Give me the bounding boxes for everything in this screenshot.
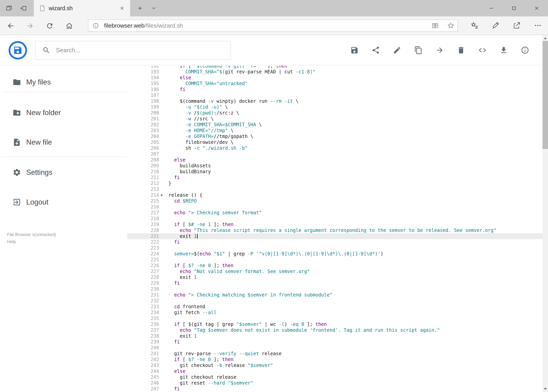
code-line[interactable]: 205 filebrowser/dev \	[127, 139, 542, 145]
home-button[interactable]	[65, 21, 74, 30]
code-line[interactable]: 240	[127, 345, 542, 351]
code-line[interactable]: 213	[127, 186, 542, 192]
code-line[interactable]: 236 if [ $(git tag | grep "$semver" | wc…	[127, 321, 542, 327]
code-area[interactable]: 192 if [ "$(command -v git)" != "" ]; th…	[127, 66, 542, 392]
code-line[interactable]: 197	[127, 92, 542, 98]
code-line[interactable]: 209 buildAssets	[127, 163, 542, 169]
raw-code-button[interactable]	[478, 46, 486, 54]
code-line[interactable]: 227 echo "Not valid semver format. See s…	[127, 268, 542, 274]
scrollbar-down-arrow[interactable]	[542, 386, 548, 392]
code-line[interactable]: 194 else	[127, 75, 542, 81]
code-line[interactable]: 245 git checkout release	[127, 374, 542, 380]
tabs-set-aside-icon[interactable]	[3, 0, 15, 16]
code-line[interactable]: 218	[127, 216, 542, 222]
save-button[interactable]	[350, 46, 359, 54]
sidebar-item-settings[interactable]: Settings	[0, 167, 127, 178]
browser-tab[interactable]: wizard.sh	[34, 0, 130, 16]
search-box[interactable]	[35, 41, 231, 60]
back-button[interactable]	[6, 21, 15, 30]
code-line[interactable]: 217 echo "> Checking semver format"	[127, 210, 542, 216]
code-line[interactable]: 193 COMMIT_SHA="$(git rev-parse HEAD | c…	[127, 69, 542, 75]
add-favorite-star-icon[interactable]	[447, 22, 454, 29]
filebrowser-logo[interactable]	[9, 41, 27, 59]
tab-list-chevron-icon[interactable]	[149, 4, 159, 12]
refresh-button[interactable]	[45, 21, 54, 30]
code-line[interactable]: 203 -e HOME="//tmp" \	[127, 128, 542, 133]
share-button[interactable]	[372, 46, 380, 54]
code-line[interactable]: 207	[127, 151, 542, 157]
code-line[interactable]: 208 else	[127, 157, 542, 163]
search-input[interactable]	[56, 47, 226, 54]
code-line[interactable]: 241 git rev-parse --verify --quiet relea…	[127, 351, 542, 357]
more-settings-icon[interactable]	[534, 21, 542, 30]
code-line[interactable]: 233 cd frontend	[127, 304, 542, 310]
set-tabs-aside-icon[interactable]	[17, 0, 30, 16]
code-line[interactable]: 215 cd $REPO	[127, 198, 542, 204]
sidebar-item-my-files[interactable]: My files	[0, 76, 127, 88]
info-button[interactable]	[521, 46, 529, 54]
tab-close-icon[interactable]	[119, 5, 125, 11]
fold-arrow-icon[interactable]: ▾	[161, 192, 163, 198]
code-line[interactable]: 201 -w //src \	[127, 116, 542, 122]
hub-favorites-icon[interactable]	[470, 21, 479, 30]
window-close-button[interactable]	[525, 0, 548, 16]
window-minimize-button[interactable]	[480, 0, 503, 16]
code-line[interactable]: 243 git checkout -b release "$semver"	[127, 363, 542, 368]
code-line[interactable]: 239 fi	[127, 339, 542, 345]
code-line[interactable]: 206 sh -c "./wizard.sh -b"	[127, 145, 542, 151]
code-editor[interactable]: 192 if [ "$(command -v git)" != "" ]; th…	[127, 66, 542, 392]
reading-view-icon[interactable]	[432, 22, 439, 29]
sidebar-item-new-folder[interactable]: New folder	[0, 107, 127, 119]
web-note-pen-icon[interactable]	[491, 21, 500, 30]
code-line[interactable]: 247 fi	[127, 386, 542, 392]
code-line[interactable]: 222 fi	[127, 239, 542, 245]
code-line[interactable]: 198 $(command -v winpty) docker run --rm…	[127, 98, 542, 104]
move-button[interactable]	[436, 46, 444, 54]
code-line[interactable]: 237 echo "Tag $semver does not exist in …	[127, 327, 542, 333]
code-line[interactable]: 235	[127, 315, 542, 321]
help-link[interactable]: Help	[7, 239, 16, 244]
page-info-icon[interactable]	[92, 22, 99, 29]
forward-button[interactable]	[26, 21, 35, 30]
code-line[interactable]: 230	[127, 286, 542, 292]
code-line[interactable]: 228 exit 1	[127, 274, 542, 280]
code-line[interactable]: 192 if [ "$(command -v git)" != "" ]; th…	[127, 66, 542, 69]
code-line[interactable]: 246 git reset --hard "$semver"	[127, 380, 542, 386]
scrollbar-thumb[interactable]	[542, 41, 548, 149]
sidebar-item-logout[interactable]: Logout	[0, 196, 127, 208]
code-line[interactable]: 232	[127, 298, 542, 304]
code-line[interactable]: 225	[127, 257, 542, 263]
code-line[interactable]: 226 if [ $? -ne 0 ]; then	[127, 263, 542, 268]
rename-button[interactable]	[393, 46, 401, 54]
code-line[interactable]: 221 exit 1	[127, 233, 542, 239]
code-line[interactable]: 200 -v /$(pwd):/src:z \	[127, 110, 542, 116]
download-button[interactable]	[499, 46, 508, 54]
code-line[interactable]: 199 -u "$(id -u)" \	[127, 104, 542, 110]
code-line[interactable]: 211 fi	[127, 175, 542, 181]
code-line[interactable]: 196 fi	[127, 86, 542, 92]
share-icon[interactable]	[512, 21, 521, 30]
code-line[interactable]: 195 COMMIT_SHA="untracked"	[127, 81, 542, 86]
code-line[interactable]: 220 echo "This release script requires a…	[127, 227, 542, 233]
code-line[interactable]: 231 echo "> Checking matching $semver in…	[127, 292, 542, 298]
copy-button[interactable]	[414, 46, 423, 54]
code-line[interactable]: 244 else	[127, 368, 542, 374]
code-line[interactable]: 210 buildBinary	[127, 169, 542, 175]
sidebar-item-new-file[interactable]: New file	[0, 136, 127, 148]
delete-button[interactable]	[457, 46, 465, 54]
code-line[interactable]: 242 if [ $? -ne 0 ]; then	[127, 357, 542, 363]
page-scrollbar[interactable]	[542, 35, 548, 392]
address-bar[interactable]: filebrowser.web/files/wizard.sh	[88, 20, 458, 32]
code-line[interactable]: 204 -e GOPATH=//tmp/gopath \	[127, 133, 542, 139]
code-line[interactable]: 234 git fetch --all	[127, 310, 542, 315]
scrollbar-up-arrow[interactable]	[542, 35, 548, 41]
window-maximize-button[interactable]	[503, 0, 525, 16]
code-line[interactable]: 212}	[127, 181, 542, 186]
code-line[interactable]: 224 semver=$(echo "$1" | grep -P '^v(0|[…	[127, 251, 542, 257]
code-line[interactable]: 202 -e COMMIT_SHA=$COMMIT_SHA \	[127, 122, 542, 128]
new-tab-button[interactable]	[135, 4, 145, 12]
code-line[interactable]: 223	[127, 245, 542, 251]
code-line[interactable]: 219 if [ $# -ne 1 ]; then	[127, 222, 542, 227]
code-line[interactable]: 216	[127, 204, 542, 210]
code-line[interactable]: 238 exit 1	[127, 333, 542, 339]
